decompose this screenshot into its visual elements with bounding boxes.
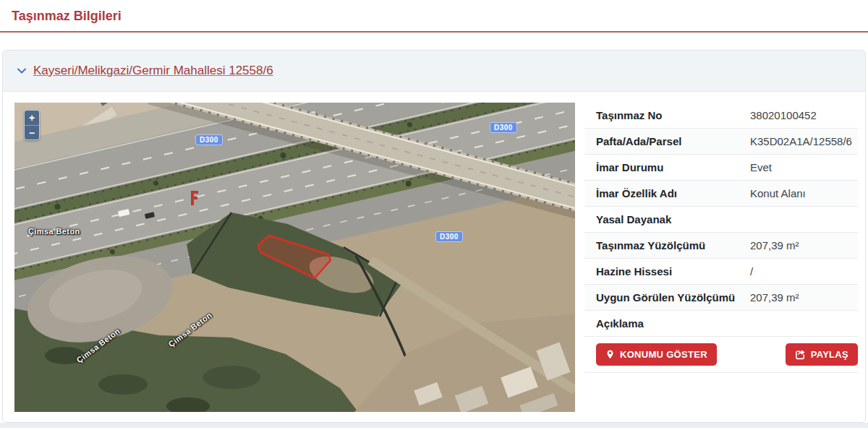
map-place-label: Çimsa Beton <box>28 227 80 236</box>
table-row: Taşınmaz No 38020100452 <box>584 103 858 129</box>
chevron-down-icon[interactable] <box>17 66 27 76</box>
detail-label: İmar Özellik Adı <box>584 181 750 207</box>
table-row: İmar Durumu Evet <box>584 155 858 181</box>
page-title: Taşınmaz Bilgileri <box>0 0 868 31</box>
property-title-link[interactable]: Kayseri/Melikgazi/Germir Mahallesi 12558… <box>33 64 273 78</box>
share-label: PAYLAŞ <box>811 349 848 360</box>
table-row: İmar Özellik Adı Konut Alanı <box>584 181 858 207</box>
table-actions-row: KONUMU GÖSTER PAYLAŞ <box>584 337 858 373</box>
detail-label: Yasal Dayanak <box>584 207 750 233</box>
panel-header: Kayseri/Melikgazi/Germir Mahallesi 12558… <box>3 51 865 92</box>
road-badge-d300: D300 <box>435 231 463 242</box>
property-panel: Kayseri/Melikgazi/Germir Mahallesi 12558… <box>2 50 866 423</box>
detail-value <box>750 311 858 337</box>
map-zoom-control: + − <box>24 110 40 140</box>
title-divider <box>0 31 868 33</box>
satellite-map[interactable]: + − D300 D300 D300 Çimsa Beton Çimsa Bet… <box>14 103 575 412</box>
detail-label: Hazine Hissesi <box>584 259 750 285</box>
table-row: Uygun Görülen Yüzölçümü 207,39 m² <box>584 285 858 311</box>
map-marker-icon <box>605 349 615 360</box>
zoom-out-button[interactable]: − <box>25 125 39 139</box>
table-row: Açıklama <box>584 311 858 337</box>
detail-value: 38020100452 <box>750 103 858 129</box>
detail-label: Açıklama <box>584 311 750 337</box>
details-table: Taşınmaz No 38020100452 Pafta/Ada/Parsel… <box>584 103 858 373</box>
detail-label: Uygun Görülen Yüzölçümü <box>584 285 750 311</box>
detail-value: Evet <box>750 155 858 181</box>
detail-value: K35D02A1A/12558/6 <box>750 129 858 155</box>
table-row: Yasal Dayanak <box>584 207 858 233</box>
detail-value <box>750 207 858 233</box>
table-row: Hazine Hissesi / <box>584 259 858 285</box>
detail-value: Konut Alanı <box>750 181 858 207</box>
show-location-label: KONUMU GÖSTER <box>620 349 707 360</box>
detail-label: Pafta/Ada/Parsel <box>584 129 750 155</box>
show-location-button[interactable]: KONUMU GÖSTER <box>596 343 717 366</box>
table-row: Pafta/Ada/Parsel K35D02A1A/12558/6 <box>584 129 858 155</box>
detail-value: 207,39 m² <box>750 285 858 311</box>
share-button[interactable]: PAYLAŞ <box>786 343 858 366</box>
detail-value: 207,39 m² <box>750 233 858 259</box>
road-badge-d300: D300 <box>195 134 223 145</box>
page-background-strip <box>0 423 868 428</box>
share-icon <box>795 349 806 360</box>
detail-label: Taşınmaz No <box>584 103 750 129</box>
property-details: Taşınmaz No 38020100452 Pafta/Ada/Parsel… <box>584 103 858 412</box>
detail-value: / <box>750 259 858 285</box>
panel-body: + − D300 D300 D300 Çimsa Beton Çimsa Bet… <box>3 92 865 412</box>
satellite-imagery <box>14 103 575 412</box>
zoom-in-button[interactable]: + <box>25 111 39 125</box>
detail-label: İmar Durumu <box>584 155 750 181</box>
table-row: Taşınmaz Yüzölçümü 207,39 m² <box>584 233 858 259</box>
detail-label: Taşınmaz Yüzölçümü <box>584 233 750 259</box>
road-badge-d300: D300 <box>490 122 517 133</box>
